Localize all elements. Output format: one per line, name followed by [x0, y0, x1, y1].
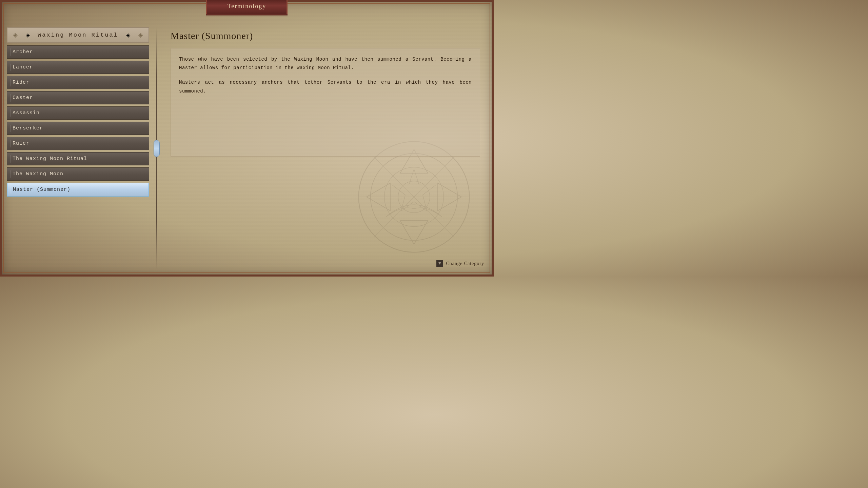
- detail-content-box: Those who have been selected by the Waxi…: [171, 48, 480, 157]
- page-title: Terminology: [228, 3, 267, 9]
- list-item-rider[interactable]: Rider: [7, 76, 149, 89]
- category-header: ◈ Waxing Moon Ritual ◈: [7, 27, 149, 43]
- list-item-lancer[interactable]: Lancer: [7, 61, 149, 74]
- detail-title: Master (Summoner): [171, 30, 480, 41]
- list-item-berserker[interactable]: Berserker: [7, 122, 149, 135]
- divider-handle: [154, 140, 160, 157]
- list-item-the-waxing-moon-ritual[interactable]: The Waxing Moon Ritual: [7, 152, 149, 165]
- detail-paragraph-2: Masters act as necessary anchors that te…: [179, 78, 472, 95]
- title-banner: Terminology: [206, 0, 288, 15]
- right-panel: Master (Summoner) Those who have been se…: [164, 27, 487, 270]
- panel-divider: [156, 27, 157, 270]
- category-left-icon: ◈: [26, 32, 30, 38]
- list-item-caster[interactable]: Caster: [7, 91, 149, 104]
- list-item-archer[interactable]: Archer: [7, 45, 149, 59]
- list-item-assassin[interactable]: Assassin: [7, 106, 149, 120]
- list-item-ruler[interactable]: Ruler: [7, 137, 149, 150]
- left-panel: ◈ Waxing Moon Ritual ◈ Archer Lancer Rid…: [7, 27, 149, 270]
- list-container: Archer Lancer Rider Caster Assassin Bers…: [7, 45, 149, 270]
- hint-key: F: [436, 260, 443, 267]
- main-container: ◈ Waxing Moon Ritual ◈ Archer Lancer Rid…: [7, 27, 487, 270]
- category-right-icon: ◈: [126, 32, 130, 38]
- category-title: Waxing Moon Ritual: [38, 32, 118, 38]
- hint-label: Change Category: [446, 261, 484, 266]
- list-item-master-summoner[interactable]: Master (Summoner): [7, 183, 149, 197]
- list-item-the-waxing-moon[interactable]: The Waxing Moon: [7, 167, 149, 181]
- detail-paragraph-1: Those who have been selected by the Waxi…: [179, 55, 472, 72]
- hint-container: F Change Category: [436, 260, 484, 267]
